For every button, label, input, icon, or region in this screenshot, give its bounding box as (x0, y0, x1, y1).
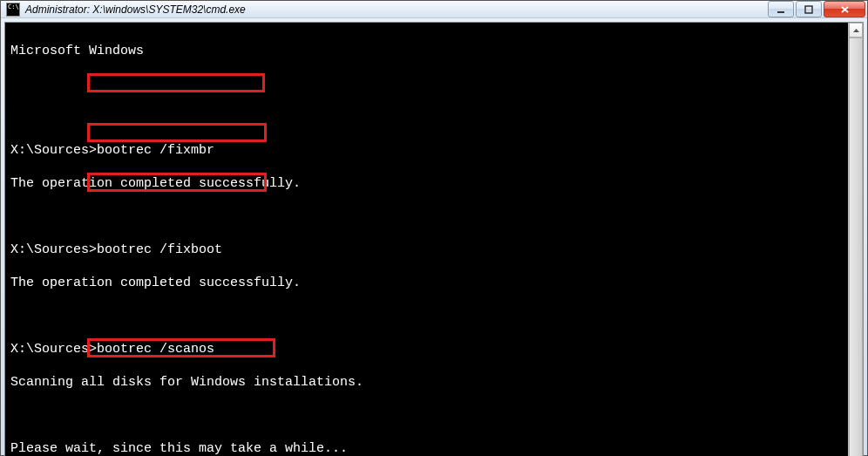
cmd-window: Administrator: X:\windows\SYSTEM32\cmd.e… (0, 0, 868, 456)
output-line: X:\Sources>bootrec /fixmbr (10, 142, 843, 159)
window-title: Administrator: X:\windows\SYSTEM32\cmd.e… (25, 3, 768, 16)
output-line: Please wait, since this may take a while… (10, 440, 843, 456)
prompt: X:\Sources> (10, 342, 97, 357)
close-button[interactable] (824, 1, 865, 17)
client-area: Microsoft Windows X:\Sources>bootrec /fi… (4, 22, 864, 456)
output-line (10, 407, 843, 424)
output-line: The operation completed successfully. (10, 275, 843, 291)
terminal-output[interactable]: Microsoft Windows X:\Sources>bootrec /fi… (5, 23, 848, 456)
highlight-box (87, 123, 267, 142)
output-line (10, 208, 843, 225)
command-text: bootrec /fixboot (97, 242, 222, 257)
output-line (10, 76, 843, 92)
prompt: X:\Sources> (10, 143, 97, 158)
output-line: X:\Sources>bootrec /scanos (10, 341, 843, 357)
command-text: bootrec /fixmbr (97, 143, 214, 158)
output-line: Scanning all disks for Windows installat… (10, 374, 843, 391)
output-line: The operation completed successfully. (10, 175, 843, 192)
scroll-thumb[interactable] (849, 37, 863, 456)
svg-rect-1 (805, 6, 812, 13)
scroll-track[interactable] (849, 37, 863, 456)
vertical-scrollbar[interactable] (848, 23, 863, 456)
svg-rect-0 (777, 11, 784, 13)
scroll-up-button[interactable] (849, 23, 863, 37)
window-controls (768, 1, 865, 17)
maximize-button[interactable] (796, 1, 822, 17)
output-line: Microsoft Windows (10, 43, 843, 59)
output-line (10, 109, 843, 126)
titlebar[interactable]: Administrator: X:\windows\SYSTEM32\cmd.e… (1, 1, 867, 18)
command-text: bootrec /scanos (97, 342, 214, 357)
prompt: X:\Sources> (10, 242, 97, 257)
output-line (10, 308, 843, 324)
output-line: X:\Sources>bootrec /fixboot (10, 242, 843, 258)
minimize-button[interactable] (768, 1, 794, 17)
app-icon (6, 3, 20, 17)
